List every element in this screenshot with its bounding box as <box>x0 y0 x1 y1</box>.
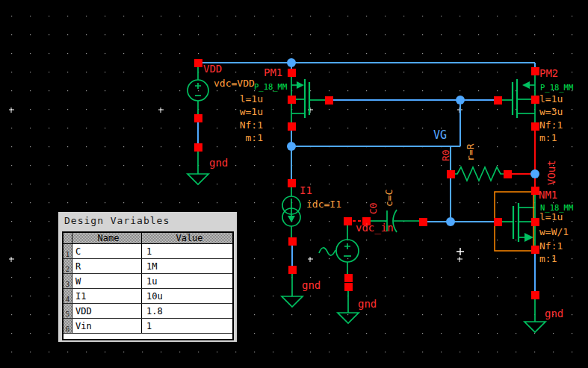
pmos-pm2-symbol[interactable] <box>498 75 535 122</box>
pin[interactable] <box>531 291 539 299</box>
pm2-param-l: l=1u <box>539 93 563 105</box>
vdd-source-label[interactable]: VDD <box>203 63 222 75</box>
pm2-param-nf: Nf:1 <box>539 119 563 131</box>
pin[interactable] <box>494 218 502 226</box>
gnd-symbol-vdcin[interactable] <box>338 290 359 323</box>
gate-net-wire[interactable] <box>329 100 498 146</box>
gnd-label-vdcin: gnd <box>358 298 377 310</box>
vdd-rail-wire[interactable] <box>198 63 535 71</box>
pin[interactable] <box>531 67 539 75</box>
nm1-label[interactable]: NM1 <box>539 189 557 201</box>
row-number: 4 <box>64 289 72 303</box>
r0-label[interactable]: R0 <box>440 149 451 161</box>
pm1-label[interactable]: PM1 <box>264 66 282 78</box>
pin[interactable] <box>288 237 297 246</box>
variable-value-cell[interactable]: 1 <box>142 319 232 333</box>
variable-name-cell[interactable]: C <box>72 244 142 258</box>
table-row[interactable]: 3 W 1u <box>64 274 232 289</box>
gnd-label-vdd: gnd <box>209 157 228 169</box>
pin[interactable] <box>531 246 539 254</box>
variable-value-cell[interactable]: 1.8 <box>142 304 232 318</box>
schematic-editor-canvas[interactable]: VDD PM1 PM2 NM1 I1 vdc_in gnd gnd gnd gn… <box>0 0 588 368</box>
r0-param: r=R <box>465 143 476 161</box>
pin[interactable] <box>419 218 427 226</box>
vout-net-label[interactable]: VOut <box>545 160 557 185</box>
pin[interactable] <box>325 96 333 105</box>
design-variables-title: Design Variables <box>58 212 237 228</box>
design-variables-table[interactable]: Name Value 1 C 1 2 R 1M 3 W 1u 4 I1 10u … <box>62 231 234 340</box>
row-number: 5 <box>64 304 72 318</box>
nm1-param-w: w=W/1 <box>539 226 569 237</box>
variable-value-cell[interactable]: 1M <box>142 259 232 273</box>
variable-value-cell[interactable]: 10u <box>142 289 232 303</box>
pin[interactable] <box>194 59 202 67</box>
design-variables-window[interactable]: Design Variables Name Value 1 C 1 2 R 1M… <box>57 210 238 343</box>
pin[interactable] <box>344 217 352 225</box>
c0-label[interactable]: C0 <box>368 202 379 214</box>
row-number: 1 <box>64 244 72 258</box>
pin[interactable] <box>531 122 539 131</box>
variable-name-cell[interactable]: Vin <box>72 319 142 333</box>
pin[interactable] <box>194 114 202 122</box>
variable-value-cell[interactable]: 1u <box>142 274 232 288</box>
variable-value-cell[interactable]: 1 <box>142 244 232 258</box>
pin[interactable] <box>344 283 353 291</box>
pm1-param-w: w=1u <box>240 106 263 117</box>
pin[interactable] <box>531 218 539 226</box>
row-number: 6 <box>64 319 72 333</box>
pin[interactable] <box>288 69 296 77</box>
resistor-r0-symbol[interactable] <box>454 167 504 181</box>
gnd-symbol-vdd[interactable] <box>188 147 208 184</box>
column-header-name[interactable]: Name <box>72 233 142 243</box>
nm1-param-m: m:1 <box>539 253 557 264</box>
pin[interactable] <box>531 96 539 104</box>
pin[interactable] <box>494 96 502 105</box>
table-row[interactable]: 6 Vin 1 <box>64 319 232 334</box>
i1-param: idc=I1 <box>306 199 341 210</box>
pin[interactable] <box>288 179 296 187</box>
pin[interactable] <box>288 96 296 104</box>
pin[interactable] <box>447 170 455 178</box>
pin[interactable] <box>344 274 353 282</box>
pm1-cellname: P_18_MM <box>254 82 287 92</box>
gnd-symbol-nm1[interactable] <box>524 295 545 332</box>
pm1-param-l: l=1u <box>240 93 263 105</box>
variable-name-cell[interactable]: I1 <box>72 289 142 303</box>
table-row[interactable]: 1 C 1 <box>64 244 232 259</box>
row-number-header <box>64 233 72 243</box>
table-row[interactable]: 2 R 1M <box>64 259 232 274</box>
variable-name-cell[interactable]: VDD <box>72 304 142 318</box>
pin[interactable] <box>504 170 512 178</box>
pm2-param-m: m:1 <box>539 132 557 143</box>
c0-param: c=C <box>383 190 394 207</box>
gnd-label-nm1: gnd <box>545 308 563 319</box>
table-row[interactable]: 5 VDD 1.8 <box>64 304 232 319</box>
pin[interactable] <box>288 122 296 131</box>
i1-label[interactable]: I1 <box>300 184 312 196</box>
vdcin-label[interactable]: vdc_in <box>356 222 394 234</box>
pin[interactable] <box>194 143 202 152</box>
row-number: 3 <box>64 274 72 288</box>
vsource-vdcin-symbol[interactable] <box>319 225 359 274</box>
variable-name-cell[interactable]: R <box>72 259 142 273</box>
pm2-label[interactable]: PM2 <box>539 67 558 79</box>
table-row[interactable]: 4 I1 10u <box>64 289 232 304</box>
gnd-label-i1: gnd <box>302 279 321 291</box>
gnd-symbol-i1[interactable] <box>282 269 303 307</box>
vg-net-label[interactable]: VG <box>433 128 447 142</box>
pmos-pm1-symbol[interactable] <box>291 76 329 122</box>
column-header-value[interactable]: Value <box>142 233 232 243</box>
nm1-param-nf: Nf:1 <box>539 240 563 252</box>
nm1-param-l: l=1u <box>539 211 563 222</box>
vdd-source-param: vdc=VDD <box>214 78 255 89</box>
row-number: 2 <box>64 259 72 273</box>
idc-i1-symbol[interactable] <box>282 187 300 237</box>
pm2-param-w: w=3u <box>539 106 563 117</box>
pm1-param-nf: Nf:1 <box>240 119 263 131</box>
cursor-crosshair <box>457 248 464 255</box>
pin[interactable] <box>288 266 297 274</box>
variable-name-cell[interactable]: W <box>72 274 142 288</box>
pm1-param-m: m:1 <box>246 132 263 143</box>
nmos-nm1-symbol[interactable] <box>498 194 535 246</box>
pm2-cellname: P_18_MM <box>540 83 573 93</box>
